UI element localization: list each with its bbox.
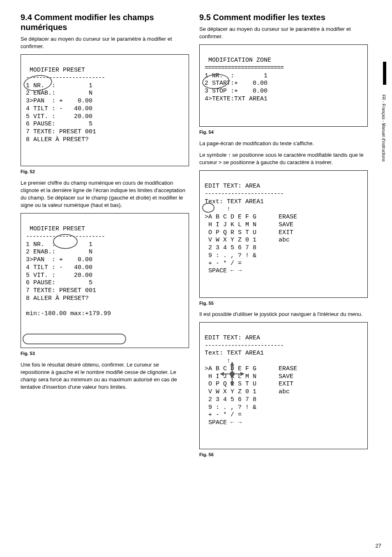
- fig53-l1: 1 NR. : 1: [26, 241, 92, 248]
- heading-9-4: 9.4 Comment modifier les champs numériqu…: [21, 12, 189, 32]
- fig56-l6: 2 3 4 5 6 7 8: [205, 396, 256, 403]
- fig54-title: MODIFICATION ZONE: [205, 57, 271, 64]
- fig56-arrow: ↑: [205, 357, 231, 364]
- fig53-caption: Fig. 53: [21, 350, 189, 357]
- fig55-caption: Fig. 55: [199, 300, 368, 306]
- fig55-l6: 2 3 4 5 6 7 8: [205, 244, 256, 251]
- fig54-l4: 4>TEXTE:TXT AREA1: [205, 95, 267, 102]
- ring-fig53b: [23, 334, 126, 344]
- fig54-screen: MODIFICATION ZONE ======================…: [199, 44, 368, 127]
- left-column: 9.4 Comment modifier les champs numériqu…: [21, 12, 189, 462]
- fig52-dashes: ------------------------: [26, 74, 105, 81]
- fig52-caption: Fig. 52: [21, 169, 189, 175]
- fig52-l2: 2 ENAB.: N: [26, 90, 92, 97]
- fig56-title: EDIT TEXT: AREA: [205, 334, 260, 341]
- para-after-fig53: Une fois le résultat désiré obtenu, conf…: [21, 361, 189, 391]
- fig52-l5: 5 VIT. : 20.00: [26, 113, 92, 120]
- side-tab: FR - Français - Manuel d'instructions: [380, 95, 390, 202]
- fig53-minmax: min:-180.00 max:+179.99: [26, 310, 111, 317]
- fig54-l2: 2 START:+ 0.00: [205, 80, 267, 87]
- fig56-l1: Text: TEXT AREA1: [205, 350, 264, 357]
- side-tab-text: FR - Français - Manuel d'instructions: [380, 95, 386, 162]
- fig53-dashes: ------------------------: [26, 233, 105, 240]
- fig53-l2: 2 ENAB.: N: [26, 248, 92, 255]
- fig56-l8: + - * / =: [205, 411, 242, 418]
- side-tab-bar: [383, 62, 386, 85]
- fig55-l9: SPACE ← →: [205, 267, 242, 274]
- fig55-arrow: ↑: [205, 206, 231, 213]
- fig52-title: MODIFIER PRESET: [26, 67, 85, 74]
- fig52-l6: 6 PAUSE: 5: [26, 121, 92, 128]
- fig53-l4: 4 TILT : - 40.00: [26, 264, 92, 271]
- fig52-l1: 1 NR. : 1: [26, 82, 92, 89]
- fig55-screen: EDIT TEXT: AREA ------------------------…: [199, 170, 368, 297]
- fig55-l5: V W X Y Z 0 1 abc: [205, 237, 290, 244]
- page-number: 27: [376, 542, 381, 550]
- right-column: 9.5 Comment modifier les textes Se dépla…: [199, 12, 368, 462]
- fig52-screen: MODIFIER PRESET ------------------------…: [21, 54, 189, 166]
- fig55-l8: + - * / =: [205, 260, 242, 267]
- fig55-l7: 9 : . , ? ! &: [205, 252, 256, 259]
- para-after-fig55: Il est possible d'utiliser le joystick p…: [199, 311, 368, 318]
- fig53-l6: 6 PAUSE: 5: [26, 279, 92, 286]
- fig55-l1: Text: TEXT AREA1: [205, 198, 264, 205]
- para-after-fig52: Le premier chiffre du champ numérique en…: [21, 179, 189, 209]
- para-9-5-intro: Se déplacer au moyen du curseur sur le p…: [199, 26, 368, 40]
- fig56-caption: Fig. 56: [199, 452, 368, 458]
- fig53-l5: 5 VIT. : 20.00: [26, 272, 92, 279]
- fig54-caption: Fig. 54: [199, 129, 368, 135]
- fig56-l7: 9 : . , ? ! &: [205, 404, 256, 411]
- fig52-l7: 7 TEXTE: PRESET 001: [26, 128, 96, 135]
- fig56-l5: V W X Y Z 0 1 abc: [205, 388, 290, 395]
- fig53-l3: 3>PAN : + 0.00: [26, 256, 92, 263]
- fig55-title: EDIT TEXT: AREA: [205, 183, 260, 190]
- fig56-dashes: ------------------------: [205, 342, 284, 349]
- fig53-title: MODIFIER PRESET: [26, 225, 85, 232]
- fig52-l3: 3>PAN : + 0.00: [26, 97, 92, 104]
- fig52-l4: 4 TILT : - 40.00: [26, 105, 92, 112]
- fig53-l7: 7 TEXTE: PRESET 001: [26, 287, 96, 294]
- para-after-fig54b: Le symbole ↑ se positionne sous le carac…: [199, 151, 368, 166]
- fig56-l2: >A B C D E F G ERASE: [205, 365, 297, 372]
- fig54-l1: 1 NR. : 1: [205, 72, 267, 79]
- fig55-dashes: ------------------------: [205, 190, 284, 197]
- para-9-4-intro: Se déplacer au moyen du curseur sur le p…: [21, 35, 189, 50]
- fig53-l8: 8 ALLER À PRESET?: [26, 295, 89, 302]
- fig56-l9: SPACE ← →: [205, 419, 242, 426]
- fig54-dashes: ========================: [205, 65, 284, 72]
- fig56-l3: H I J K L M N SAVE: [205, 373, 293, 380]
- fig53-screen: MODIFIER PRESET ------------------------…: [21, 213, 189, 348]
- fig56-l4: O P Q R S T U EXIT: [205, 381, 293, 388]
- fig52-l8: 8 ALLER À PRESET?: [26, 136, 89, 143]
- fig55-l2: >A B C D E F G ERASE: [205, 214, 297, 220]
- fig55-l4: O P Q R S T U EXIT: [205, 229, 293, 236]
- heading-9-5: 9.5 Comment modifier les textes: [199, 12, 368, 22]
- fig54-l3: 3 STOP :+ 0.00: [205, 88, 267, 95]
- fig55-l3: H I J K L M N SAVE: [205, 221, 293, 228]
- fig56-screen: EDIT TEXT: AREA ------------------------…: [199, 322, 368, 449]
- para-after-fig54a: La page-écran de modification du texte s…: [199, 140, 368, 147]
